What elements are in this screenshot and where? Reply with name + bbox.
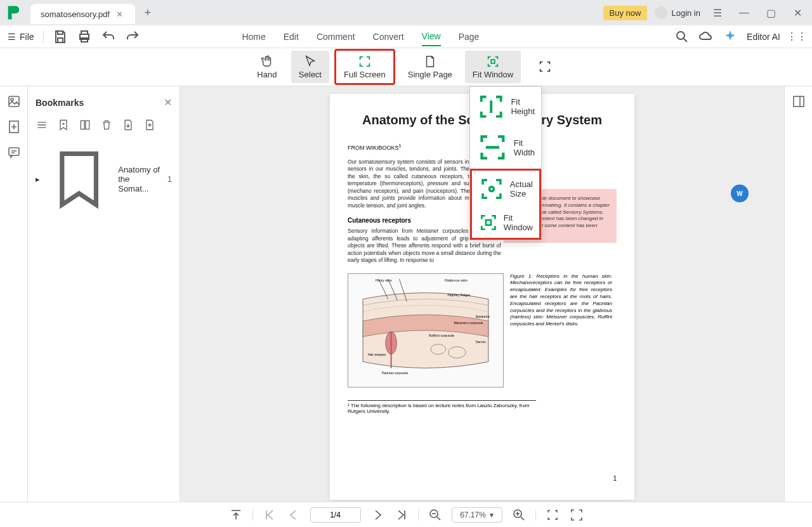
file-menu-button[interactable]: ☰ File: [8, 32, 34, 42]
minimize-button[interactable]: —: [735, 3, 754, 22]
zoom-select[interactable]: 67.17% ▾: [452, 507, 502, 523]
menu-convert[interactable]: Convert: [373, 28, 404, 46]
doc-footnote: ¹ The following description is based on …: [348, 400, 536, 414]
svg-text:Pacinian corpuscle: Pacinian corpuscle: [382, 372, 409, 375]
full-screen-button[interactable]: Full Screen: [334, 49, 395, 85]
close-tab-icon[interactable]: ✕: [115, 9, 125, 19]
fullscreen-label: Full Screen: [344, 70, 386, 79]
hamburger-icon[interactable]: ☰: [708, 3, 727, 22]
fit-width-label: Fit Width: [514, 138, 535, 157]
close-bookmarks-icon[interactable]: ✕: [164, 96, 172, 108]
fit-window-option[interactable]: Fit Window: [472, 207, 539, 238]
svg-point-5: [489, 187, 494, 192]
avatar-icon: [655, 6, 667, 19]
thumbnails-icon[interactable]: [6, 94, 22, 109]
export-icon[interactable]: [122, 119, 134, 131]
fit-icon[interactable]: [545, 507, 560, 523]
svg-text:Hairy skin: Hairy skin: [376, 278, 392, 282]
toolbar: ☰ File Home Edit Comment Convert View Pa…: [0, 25, 812, 48]
select-tool-button[interactable]: Select: [291, 51, 329, 83]
maximize-button[interactable]: ▢: [761, 3, 780, 22]
print-icon[interactable]: [77, 29, 92, 44]
delete-icon[interactable]: [100, 119, 113, 131]
search-icon[interactable]: [674, 29, 690, 44]
menubar: Home Edit Comment Convert View Page: [242, 27, 479, 46]
fit-window-button[interactable]: Fit Window: [465, 51, 521, 83]
menu-icon: ☰: [8, 32, 16, 42]
svg-rect-4: [491, 60, 495, 63]
bookmark-item-page: 1: [167, 174, 172, 184]
single-page-button[interactable]: Single Page: [400, 51, 460, 83]
bookmarks-panel: Bookmarks ✕ ▸ Anatomy of the Somat... 1: [28, 86, 180, 502]
separator: [418, 509, 419, 521]
save-icon[interactable]: [53, 29, 68, 44]
menu-comment[interactable]: Comment: [317, 28, 355, 46]
fit-width-option[interactable]: Fit Width: [470, 126, 541, 169]
right-panel-icon[interactable]: [791, 94, 806, 109]
titlebar: somatosensory.pdf ✕ + Buy now Login in ☰…: [0, 0, 812, 25]
first-page-icon[interactable]: [262, 507, 277, 523]
svg-rect-7: [9, 96, 19, 107]
add-tab-button[interactable]: +: [140, 5, 155, 20]
zoom-out-icon[interactable]: [428, 507, 443, 523]
bookmark-item[interactable]: ▸ Anatomy of the Somat... 1: [36, 141, 172, 217]
chevron-down-icon: ▾: [490, 511, 494, 519]
close-window-button[interactable]: ✕: [788, 3, 807, 22]
actual-size-label: Actual Size: [510, 179, 533, 198]
doc-from: FROM WIKIBOOKS: [348, 145, 399, 151]
document-tab[interactable]: somatosensory.pdf ✕: [30, 4, 135, 24]
convert-to-word-badge[interactable]: W: [731, 185, 749, 202]
svg-rect-12: [86, 120, 89, 129]
scroll-top-icon[interactable]: [228, 507, 244, 523]
tab-title: somatosensory.pdf: [41, 10, 110, 19]
fit-extra-button[interactable]: [526, 56, 564, 79]
menu-page[interactable]: Page: [459, 28, 480, 46]
import-icon[interactable]: [143, 119, 156, 131]
hand-icon: [260, 55, 274, 68]
page-icon: [423, 55, 437, 68]
fit-window-icon: [486, 55, 500, 68]
right-toolbar: [784, 86, 812, 502]
zoom-in-icon[interactable]: [511, 507, 527, 523]
svg-rect-11: [81, 120, 84, 129]
bookmark-tools: [36, 119, 172, 131]
separator: [535, 509, 536, 521]
undo-icon[interactable]: [101, 29, 116, 44]
cloud-icon[interactable]: [698, 29, 714, 44]
svg-text:Papillary Ridges: Papillary Ridges: [448, 293, 471, 296]
collapse-icon[interactable]: [36, 119, 48, 131]
svg-text:Epidermis: Epidermis: [476, 315, 490, 318]
svg-rect-1: [81, 31, 88, 34]
next-page-icon[interactable]: [370, 507, 385, 523]
view-ribbon: Hand Select Full Screen Single Page Fit …: [0, 48, 812, 86]
bookmark-panel-icon[interactable]: [6, 119, 22, 134]
login-button[interactable]: Login in: [655, 6, 700, 19]
fit-extra-icon: [538, 60, 552, 74]
more-icon[interactable]: ⋮⋮: [789, 29, 804, 44]
presentation-icon[interactable]: [569, 507, 584, 523]
doc-figure: Hairy skin Glabrous skin Epidermis Dermi…: [348, 273, 504, 387]
fit-window-dd-label: Fit Window: [504, 213, 533, 232]
prev-page-icon[interactable]: [286, 507, 301, 523]
app-logo: [5, 4, 23, 22]
svg-text:Hair receptor: Hair receptor: [368, 353, 386, 356]
redo-icon[interactable]: [125, 29, 140, 44]
fit-height-option[interactable]: Fit Height: [470, 87, 541, 126]
editor-ai-button[interactable]: Editor AI: [747, 32, 780, 42]
menu-view[interactable]: View: [422, 27, 441, 46]
page-number-input[interactable]: [310, 507, 361, 523]
menu-edit[interactable]: Edit: [284, 28, 299, 46]
doc-page-number: 1: [613, 475, 617, 482]
actual-size-option[interactable]: Actual Size: [472, 171, 539, 207]
svg-text:Dermis: Dermis: [476, 340, 486, 343]
svg-rect-6: [486, 220, 491, 225]
svg-point-8: [11, 98, 13, 101]
menu-home[interactable]: Home: [242, 28, 265, 46]
buy-now-button[interactable]: Buy now: [603, 6, 648, 20]
last-page-icon[interactable]: [394, 507, 409, 523]
comment-panel-icon[interactable]: [6, 145, 22, 160]
ai-sparkle-icon[interactable]: [723, 29, 738, 44]
expand-icon[interactable]: [79, 119, 91, 131]
hand-tool-button[interactable]: Hand: [248, 51, 286, 83]
add-bookmark-icon[interactable]: [57, 119, 70, 131]
